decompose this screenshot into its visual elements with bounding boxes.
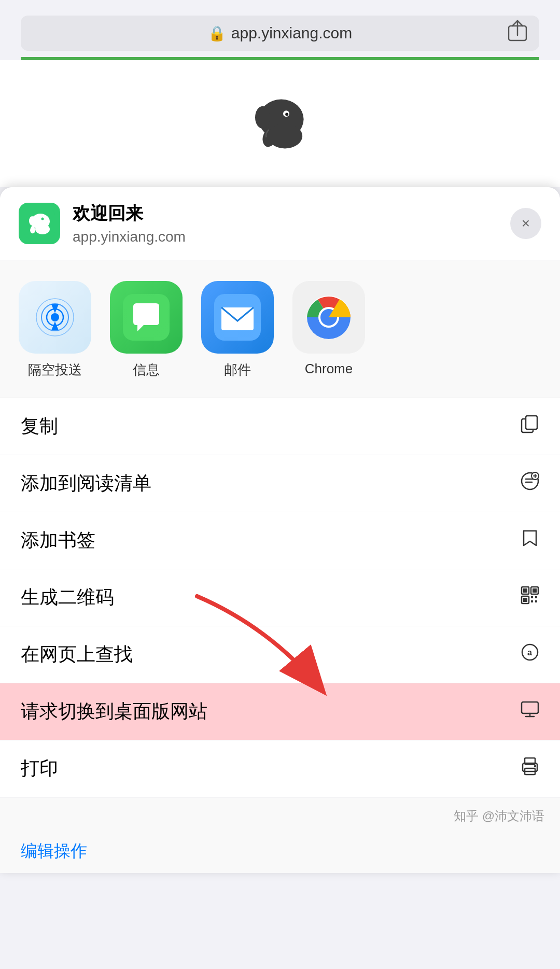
- copy-label: 复制: [21, 414, 58, 439]
- menu-item-bookmark[interactable]: 添加书签: [0, 512, 560, 569]
- qrcode-label: 生成二维码: [21, 585, 114, 610]
- svg-rect-23: [526, 416, 537, 429]
- svg-rect-39: [535, 600, 537, 602]
- reading-list-icon: [521, 472, 539, 495]
- app-item-chrome[interactable]: Chrome: [292, 281, 365, 379]
- notification-text: 欢迎回来 app.yinxiang.com: [73, 202, 510, 245]
- print-label: 打印: [21, 756, 58, 781]
- find-on-page-label: 在网页上查找: [21, 642, 133, 667]
- browser-chrome: 🔒 app.yinxiang.com: [0, 0, 560, 60]
- share-icon[interactable]: [508, 20, 527, 47]
- svg-rect-37: [535, 596, 537, 598]
- mail-label: 邮件: [224, 361, 251, 379]
- address-bar[interactable]: 🔒 app.yinxiang.com: [21, 16, 539, 51]
- svg-text:a: a: [527, 648, 532, 657]
- menu-item-desktop-site[interactable]: 请求切换到桌面版网站: [0, 683, 560, 740]
- mail-icon: [201, 281, 274, 354]
- svg-rect-35: [523, 598, 527, 602]
- svg-rect-34: [533, 588, 537, 593]
- bookmark-label: 添加书签: [21, 528, 95, 553]
- qrcode-icon: [521, 586, 539, 609]
- lock-icon: 🔒: [208, 25, 226, 42]
- svg-point-11: [35, 224, 50, 234]
- reading-list-label: 添加到阅读清单: [21, 471, 151, 496]
- svg-rect-48: [534, 765, 536, 767]
- notification-title: 欢迎回来: [73, 202, 510, 226]
- messages-label: 信息: [133, 361, 160, 379]
- app-item-mail[interactable]: 邮件: [201, 281, 274, 379]
- svg-rect-42: [522, 702, 538, 713]
- find-icon: a: [521, 643, 539, 666]
- menu-item-reading-list[interactable]: 添加到阅读清单: [0, 455, 560, 512]
- svg-rect-33: [523, 588, 527, 593]
- apps-section: 隔空投送 信息: [0, 260, 560, 398]
- bookmark-icon: [521, 529, 539, 552]
- svg-point-12: [51, 313, 59, 321]
- edit-actions-link[interactable]: 编辑操作: [21, 841, 87, 860]
- svg-rect-36: [531, 596, 533, 598]
- messages-icon: [110, 281, 183, 354]
- svg-point-3: [255, 106, 270, 129]
- svg-point-9: [29, 216, 35, 226]
- url-text: app.yinxiang.com: [231, 24, 352, 42]
- menu-item-copy[interactable]: 复制: [0, 398, 560, 455]
- app-icon-banner: [19, 203, 60, 244]
- menu-item-qrcode[interactable]: 生成二维码: [0, 569, 560, 626]
- notification-subtitle: app.yinxiang.com: [73, 229, 510, 245]
- airdrop-icon: [19, 281, 91, 354]
- apps-row: 隔空投送 信息: [19, 281, 560, 379]
- watermark-area: 知乎 @沛文沛语: [0, 797, 560, 830]
- watermark-text: 知乎 @沛文沛语: [454, 809, 544, 823]
- share-sheet: 欢迎回来 app.yinxiang.com × 隔空投送: [0, 187, 560, 873]
- copy-icon: [521, 415, 539, 438]
- menu-item-print[interactable]: 打印: [0, 740, 560, 797]
- desktop-icon: [521, 700, 539, 723]
- svg-point-10: [41, 218, 44, 220]
- svg-point-5: [285, 113, 288, 116]
- print-icon: [521, 757, 539, 780]
- chrome-icon: [292, 281, 365, 354]
- notification-banner: 欢迎回来 app.yinxiang.com ×: [0, 187, 560, 260]
- bottom-partial: 编辑操作: [0, 830, 560, 873]
- app-item-messages[interactable]: 信息: [110, 281, 183, 379]
- svg-rect-38: [531, 600, 533, 602]
- svg-point-6: [268, 123, 302, 148]
- airdrop-label: 隔空投送: [28, 361, 82, 379]
- menu-item-find-on-page[interactable]: 在网页上查找 a: [0, 626, 560, 683]
- app-item-airdrop[interactable]: 隔空投送: [19, 281, 91, 379]
- close-button[interactable]: ×: [510, 208, 541, 239]
- evernote-logo: [249, 91, 311, 166]
- chrome-label: Chrome: [305, 361, 353, 377]
- menu-section: 复制 添加到阅读清单: [0, 398, 560, 797]
- desktop-site-label: 请求切换到桌面版网站: [21, 699, 207, 724]
- webpage-content: [0, 60, 560, 187]
